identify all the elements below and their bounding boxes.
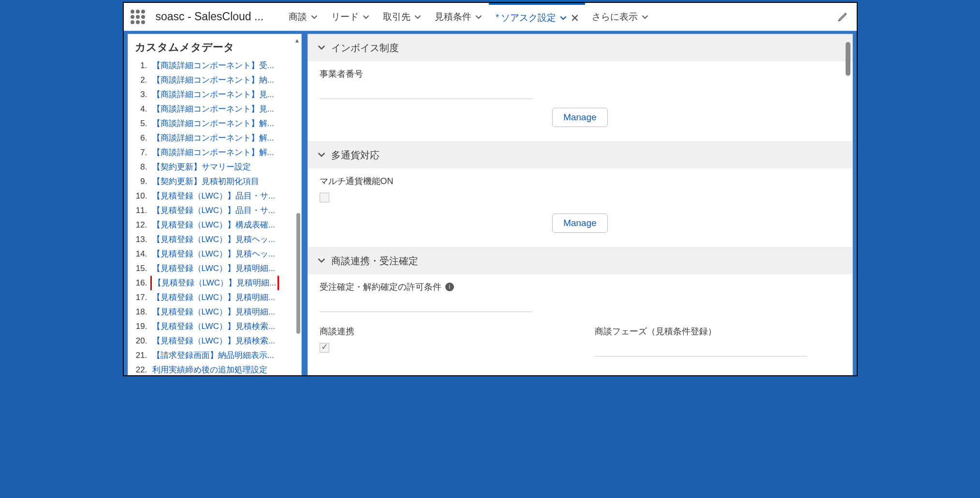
oppty-phase-input[interactable]	[595, 340, 807, 356]
edit-pencil-icon[interactable]	[837, 12, 848, 22]
sidebar-item-link[interactable]: 利用実績締め後の追加処理設定	[152, 363, 267, 375]
sidebar-item-link[interactable]: 【商談詳細コンポーネント】見...	[152, 102, 274, 116]
tab-label: 見積条件	[435, 11, 471, 23]
chevron-down-icon[interactable]	[642, 14, 648, 20]
sidebar-item-link[interactable]: 【商談詳細コンポーネント】解...	[152, 145, 274, 160]
global-header: soasc - SalesCloud ... 商談 リード 取引先 見積条件 *…	[124, 3, 857, 31]
sidebar-item: 【商談詳細コンポーネント】解...	[133, 116, 298, 131]
sidebar-item: 【見積登録（LWC）】見積明細...	[133, 276, 298, 290]
tab-lead[interactable]: リード	[324, 3, 376, 30]
scroll-up-icon[interactable]: ▲	[294, 37, 300, 44]
sidebar-item: 【商談詳細コンポーネント】受...	[133, 58, 298, 73]
oppty-link-checkbox[interactable]	[320, 343, 329, 353]
sidebar-custom-metadata: ▲ カスタムメタデータ 【商談詳細コンポーネント】受...【商談詳細コンポーネン…	[128, 34, 302, 375]
sidebar-item-link[interactable]: 【商談詳細コンポーネント】受...	[152, 58, 274, 73]
oppty-phase-label: 商談フェーズ（見積条件登録）	[595, 326, 841, 337]
manage-button[interactable]: Manage	[552, 213, 608, 233]
sidebar-item: 【商談詳細コンポーネント】解...	[133, 131, 298, 145]
tab-quote-condition[interactable]: 見積条件	[428, 3, 489, 30]
sidebar-item-link[interactable]: 【見積登録（LWC）】見積明細...	[152, 290, 276, 305]
tab-label: さらに表示	[592, 11, 638, 23]
chevron-down-icon	[318, 43, 325, 54]
sidebar-item-link[interactable]: 【商談詳細コンポーネント】見...	[152, 87, 274, 102]
sidebar-title: カスタムメタデータ	[135, 40, 296, 55]
section-header-invoice[interactable]: インボイス制度	[308, 34, 852, 61]
sidebar-item-link[interactable]: 【見積登録（LWC）】見積ヘッ...	[152, 247, 276, 261]
sidebar-item-link[interactable]: 【見積登録（LWC）】見積明細...	[152, 305, 276, 319]
sidebar-item: 【見積登録（LWC）】見積明細...	[133, 305, 298, 319]
sidebar-item-link[interactable]: 【見積登録（LWC）】見積明細...	[152, 276, 278, 290]
tab-show-more[interactable]: さらに表示	[585, 3, 655, 30]
sidebar-item: 【商談詳細コンポーネント】見...	[133, 102, 298, 116]
sidebar-list: 【商談詳細コンポーネント】受...【商談詳細コンポーネント】納...【商談詳細コ…	[133, 58, 298, 375]
tab-label: 商談	[289, 11, 307, 23]
sidebar-item: 【見積登録（LWC）】構成表確...	[133, 218, 298, 232]
sidebar-item: 【見積登録（LWC）】見積検索...	[133, 319, 298, 334]
sidebar-item: 【見積登録（LWC）】見積ヘッ...	[133, 232, 298, 247]
multi-currency-checkbox[interactable]	[320, 193, 329, 202]
sidebar-item: 【見積登録（LWC）】品目・サ...	[133, 189, 298, 203]
section-header-currency[interactable]: 多通貨対応	[308, 142, 852, 169]
sidebar-item: 【契約更新】見積初期化項目	[133, 174, 298, 189]
sidebar-item: 【契約更新】サマリー設定	[133, 160, 298, 174]
app-title: soasc - SalesCloud ...	[156, 10, 264, 23]
permission-condition-label: 受注確定・解約確定の許可条件 i	[320, 281, 841, 293]
label-text: 受注確定・解約確定の許可条件	[320, 281, 441, 293]
nav-tabs: 商談 リード 取引先 見積条件 * ソアスク設定 さらに	[282, 3, 655, 30]
sidebar-item-link[interactable]: 【請求登録画面】納品明細表示...	[152, 348, 274, 363]
multi-currency-label: マルチ通貨機能ON	[320, 175, 841, 187]
chevron-down-icon[interactable]	[363, 14, 369, 20]
sidebar-item-link[interactable]: 【見積登録（LWC）】見積検索...	[152, 319, 276, 334]
sidebar-item-link[interactable]: 【見積登録（LWC）】品目・サ...	[152, 203, 276, 218]
tab-label: ソアスク設定	[501, 12, 556, 24]
main-panel: インボイス制度 事業者番号 Manage 多通貨対応 マルチ通貨機能ON Man…	[307, 34, 853, 375]
sidebar-item-link[interactable]: 【見積登録（LWC）】見積検索...	[152, 334, 276, 348]
sidebar-item-link[interactable]: 【見積登録（LWC）】見積明細...	[152, 261, 276, 276]
chevron-down-icon[interactable]	[475, 14, 482, 20]
section-title: インボイス制度	[331, 42, 399, 55]
manage-button[interactable]: Manage	[552, 108, 608, 127]
sidebar-item-link[interactable]: 【見積登録（LWC）】見積ヘッ...	[152, 232, 276, 247]
dirty-indicator-icon: *	[496, 13, 499, 23]
sidebar-item: 【商談詳細コンポーネント】納...	[133, 73, 298, 87]
permission-condition-input[interactable]	[320, 296, 532, 312]
tab-label: 取引先	[383, 11, 410, 23]
sidebar-item: 【見積登録（LWC）】品目・サ...	[133, 203, 298, 218]
sidebar-item: 【見積登録（LWC）】見積明細...	[133, 290, 298, 305]
chevron-down-icon	[318, 256, 325, 267]
business-number-label: 事業者番号	[320, 68, 841, 80]
section-title: 商談連携・受注確定	[331, 255, 418, 268]
info-icon[interactable]: i	[445, 283, 454, 291]
sidebar-item-link[interactable]: 【見積登録（LWC）】品目・サ...	[152, 189, 276, 203]
sidebar-item-link[interactable]: 【商談詳細コンポーネント】納...	[152, 73, 274, 87]
app-launcher-icon[interactable]	[131, 10, 145, 24]
tab-account[interactable]: 取引先	[376, 3, 428, 30]
sidebar-item-link[interactable]: 【商談詳細コンポーネント】解...	[152, 131, 274, 145]
close-icon[interactable]	[571, 14, 578, 21]
business-number-input[interactable]	[320, 83, 532, 99]
oppty-link-label: 商談連携	[320, 326, 566, 337]
tab-opportunity[interactable]: 商談	[282, 3, 324, 30]
sidebar-item: 【商談詳細コンポーネント】見...	[133, 87, 298, 102]
scrollbar-thumb[interactable]	[296, 213, 300, 334]
chevron-down-icon	[318, 150, 325, 161]
sidebar-item: 【見積登録（LWC）】見積ヘッ...	[133, 247, 298, 261]
sidebar-item-link[interactable]: 【契約更新】見積初期化項目	[152, 174, 259, 189]
tab-label: リード	[331, 11, 359, 23]
sidebar-item: 利用実績締め後の追加処理設定	[133, 363, 298, 375]
chevron-down-icon[interactable]	[311, 14, 318, 20]
sidebar-item-link[interactable]: 【見積登録（LWC）】構成表確...	[152, 218, 276, 232]
sidebar-item: 【商談詳細コンポーネント】解...	[133, 145, 298, 160]
scrollbar-thumb[interactable]	[846, 42, 850, 76]
sidebar-item: 【見積登録（LWC）】見積明細...	[133, 261, 298, 276]
chevron-down-icon[interactable]	[414, 14, 421, 20]
tab-soasc-settings[interactable]: * ソアスク設定	[489, 3, 585, 30]
chevron-down-icon[interactable]	[560, 14, 567, 21]
section-header-oppty[interactable]: 商談連携・受注確定	[308, 247, 852, 274]
sidebar-item: 【見積登録（LWC）】見積検索...	[133, 334, 298, 348]
sidebar-item: 【請求登録画面】納品明細表示...	[133, 348, 298, 363]
sidebar-item-link[interactable]: 【契約更新】サマリー設定	[152, 160, 251, 174]
sidebar-item-link[interactable]: 【商談詳細コンポーネント】解...	[152, 116, 274, 131]
section-title: 多通貨対応	[331, 149, 380, 162]
